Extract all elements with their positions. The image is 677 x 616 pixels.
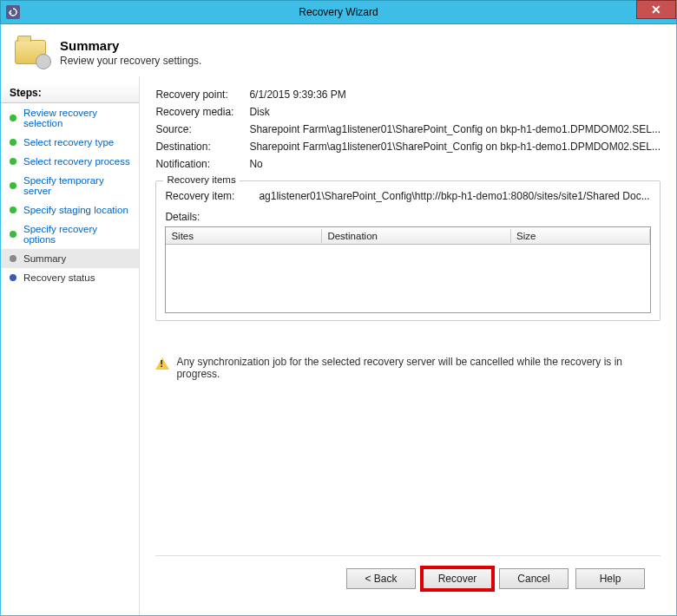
recovery-item-label: Recovery item: [165,190,259,202]
recovery-items-group: Recovery items Recovery item:ag1listener… [155,180,661,321]
warning-icon [155,357,169,370]
step-label: Specify recovery options [23,224,130,245]
step-bullet-icon [10,182,16,189]
recovery-point-label: Recovery point: [155,88,249,101]
step-bullet-icon [10,255,16,262]
step-review-recovery-selection[interactable]: Review recovery selection [1,103,139,133]
back-button[interactable]: < Back [346,568,416,589]
column-sites[interactable]: Sites [166,229,322,243]
step-select-recovery-type[interactable]: Select recovery type [1,133,139,152]
step-label: Select recovery type [23,137,114,147]
step-select-recovery-process[interactable]: Select recovery process [1,152,139,171]
recovery-point-value: 6/1/2015 9:39:36 PM [249,88,661,101]
step-specify-staging-location[interactable]: Specify staging location [1,200,139,220]
warning-message: Any synchronization job for the selected… [155,356,661,380]
step-bullet-icon [10,115,16,121]
recover-button[interactable]: Recover [423,568,492,589]
destination-label: Destination: [155,141,249,153]
step-specify-recovery-options[interactable]: Specify recovery options [1,220,139,249]
step-bullet-icon [10,139,16,146]
step-label: Summary [23,253,66,264]
page-subtitle: Review your recovery settings. [60,55,201,67]
steps-title: Steps: [1,83,139,103]
help-button[interactable]: Help [575,568,645,589]
step-label: Specify staging location [23,205,128,215]
step-recovery-status: Recovery status [1,268,139,287]
step-label: Specify temporary server [23,175,130,196]
recovery-media-value: Disk [249,106,661,118]
page-title: Summary [60,38,201,53]
step-specify-temporary-server[interactable]: Specify temporary server [1,171,139,200]
cancel-button[interactable]: Cancel [499,568,569,589]
source-label: Source: [155,123,249,135]
recovery-items-title: Recovery items [163,174,239,185]
summary-icon [13,35,51,69]
button-bar: < Back Recover Cancel Help [155,555,661,606]
column-size[interactable]: Size [511,229,650,243]
step-label: Select recovery process [23,156,130,167]
recovery-media-label: Recovery media: [155,106,249,118]
notification-value: No [249,158,661,170]
details-table[interactable]: Sites Destination Size [165,226,651,313]
titlebar[interactable]: Recovery Wizard ✕ [0,0,677,24]
recovery-item-value: ag1listener01\SharePoint_Config\http://b… [259,190,651,202]
wizard-header: Summary Review your recovery settings. [1,24,676,76]
step-bullet-icon [10,158,16,165]
close-button[interactable]: ✕ [636,0,676,19]
warning-text: Any synchronization job for the selected… [176,356,661,380]
window-title: Recovery Wizard [1,6,676,18]
destination-value: Sharepoint Farm\ag1listener01\SharePoint… [249,141,661,153]
step-label: Recovery status [23,272,95,283]
step-summary: Summary [1,249,139,268]
step-label: Review recovery selection [23,108,130,128]
notification-label: Notification: [155,158,249,170]
column-destination[interactable]: Destination [322,229,511,243]
steps-sidebar: Steps: Review recovery selectionSelect r… [1,76,140,615]
step-bullet-icon [10,274,16,281]
step-bullet-icon [10,231,16,238]
summary-panel: Recovery point:6/1/2015 9:39:36 PM Recov… [140,76,676,615]
details-label: Details: [165,211,651,223]
source-value: Sharepoint Farm\ag1listener01\SharePoint… [249,123,661,135]
step-bullet-icon [10,206,16,213]
